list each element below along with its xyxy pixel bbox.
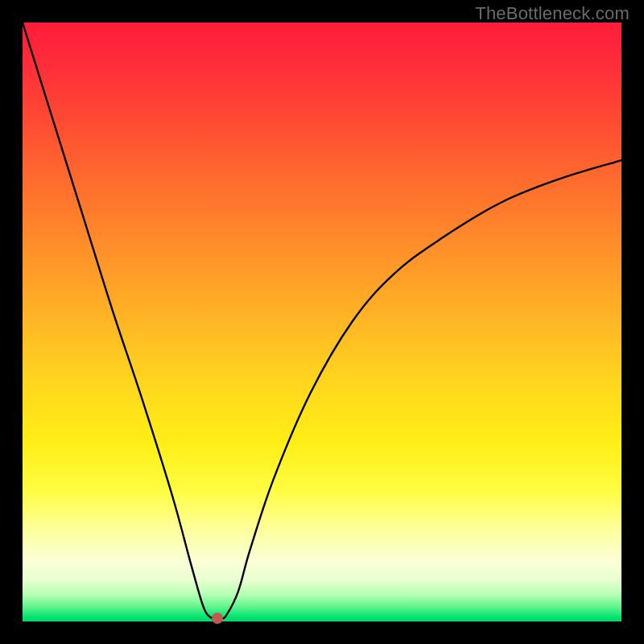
plot-area: [23, 23, 621, 621]
watermark-text: TheBottleneck.com: [475, 3, 630, 24]
curve-svg: [23, 23, 621, 621]
minimum-marker-icon: [212, 613, 223, 624]
bottleneck-curve: [23, 23, 621, 619]
